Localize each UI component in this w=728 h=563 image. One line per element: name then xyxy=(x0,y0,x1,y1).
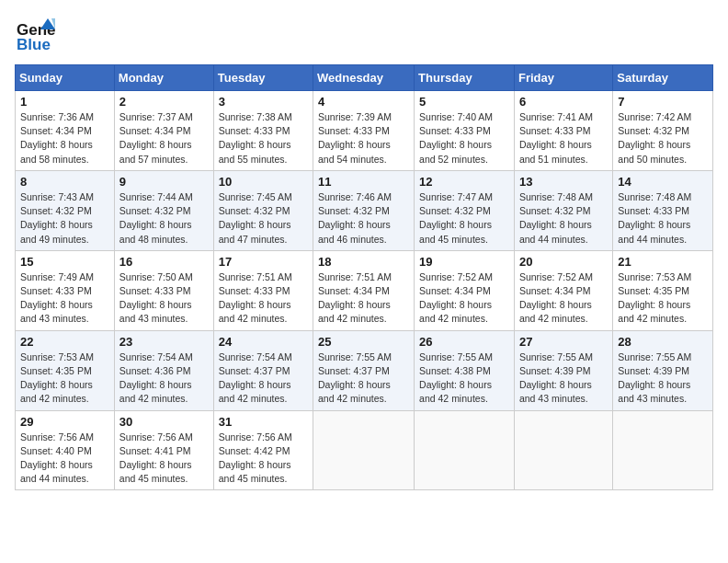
day-number: 15 xyxy=(20,255,109,269)
page-header: General Blue xyxy=(15,15,713,55)
logo-icon: General Blue xyxy=(15,15,55,55)
calendar-cell: 24 Sunrise: 7:54 AMSunset: 4:37 PMDaylig… xyxy=(213,330,313,410)
day-number: 3 xyxy=(219,95,308,109)
day-number: 14 xyxy=(618,175,708,189)
day-number: 19 xyxy=(419,255,509,269)
calendar-cell: 8 Sunrise: 7:43 AMSunset: 4:32 PMDayligh… xyxy=(16,170,115,250)
day-detail: Sunrise: 7:36 AMSunset: 4:34 PMDaylight:… xyxy=(20,111,94,165)
day-number: 21 xyxy=(618,255,708,269)
calendar-cell: 10 Sunrise: 7:45 AMSunset: 4:32 PMDaylig… xyxy=(213,170,313,250)
day-detail: Sunrise: 7:44 AMSunset: 4:32 PMDaylight:… xyxy=(119,191,193,245)
calendar-cell: 29 Sunrise: 7:56 AMSunset: 4:40 PMDaylig… xyxy=(16,410,115,490)
calendar-cell: 22 Sunrise: 7:53 AMSunset: 4:35 PMDaylig… xyxy=(16,330,115,410)
calendar-week-row: 8 Sunrise: 7:43 AMSunset: 4:32 PMDayligh… xyxy=(16,170,713,250)
calendar-cell: 20 Sunrise: 7:52 AMSunset: 4:34 PMDaylig… xyxy=(514,250,612,330)
day-detail: Sunrise: 7:45 AMSunset: 4:32 PMDaylight:… xyxy=(219,191,292,245)
calendar-cell: 15 Sunrise: 7:49 AMSunset: 4:33 PMDaylig… xyxy=(16,250,115,330)
calendar-cell: 18 Sunrise: 7:51 AMSunset: 4:34 PMDaylig… xyxy=(313,250,415,330)
day-detail: Sunrise: 7:50 AMSunset: 4:33 PMDaylight:… xyxy=(119,271,193,325)
calendar-cell: 16 Sunrise: 7:50 AMSunset: 4:33 PMDaylig… xyxy=(114,250,213,330)
day-number: 16 xyxy=(119,255,209,269)
day-number: 18 xyxy=(318,255,409,269)
day-detail: Sunrise: 7:51 AMSunset: 4:34 PMDaylight:… xyxy=(318,271,392,325)
calendar-week-row: 15 Sunrise: 7:49 AMSunset: 4:33 PMDaylig… xyxy=(16,250,713,330)
day-detail: Sunrise: 7:42 AMSunset: 4:32 PMDaylight:… xyxy=(618,111,691,165)
day-number: 29 xyxy=(20,415,109,429)
day-number: 30 xyxy=(119,415,209,429)
calendar-cell: 14 Sunrise: 7:48 AMSunset: 4:33 PMDaylig… xyxy=(613,170,713,250)
day-detail: Sunrise: 7:49 AMSunset: 4:33 PMDaylight:… xyxy=(20,271,94,325)
calendar-cell: 23 Sunrise: 7:54 AMSunset: 4:36 PMDaylig… xyxy=(114,330,213,410)
day-detail: Sunrise: 7:40 AMSunset: 4:33 PMDaylight:… xyxy=(419,111,493,165)
calendar-week-row: 22 Sunrise: 7:53 AMSunset: 4:35 PMDaylig… xyxy=(16,330,713,410)
day-number: 4 xyxy=(318,95,409,109)
calendar-cell: 13 Sunrise: 7:48 AMSunset: 4:32 PMDaylig… xyxy=(514,170,612,250)
day-number: 26 xyxy=(419,335,509,349)
day-detail: Sunrise: 7:55 AMSunset: 4:39 PMDaylight:… xyxy=(618,351,691,405)
calendar-cell: 28 Sunrise: 7:55 AMSunset: 4:39 PMDaylig… xyxy=(613,330,713,410)
calendar-cell: 31 Sunrise: 7:56 AMSunset: 4:42 PMDaylig… xyxy=(213,410,313,490)
day-detail: Sunrise: 7:39 AMSunset: 4:33 PMDaylight:… xyxy=(318,111,392,165)
calendar-cell: 9 Sunrise: 7:44 AMSunset: 4:32 PMDayligh… xyxy=(114,170,213,250)
day-number: 1 xyxy=(20,95,109,109)
day-detail: Sunrise: 7:53 AMSunset: 4:35 PMDaylight:… xyxy=(618,271,691,325)
header-monday: Monday xyxy=(114,65,213,91)
day-number: 22 xyxy=(20,335,109,349)
day-detail: Sunrise: 7:55 AMSunset: 4:37 PMDaylight:… xyxy=(318,351,392,405)
day-number: 20 xyxy=(519,255,608,269)
weekday-header-row: Sunday Monday Tuesday Wednesday Thursday… xyxy=(16,65,713,91)
day-number: 7 xyxy=(618,95,708,109)
day-number: 25 xyxy=(318,335,409,349)
header-tuesday: Tuesday xyxy=(213,65,313,91)
day-detail: Sunrise: 7:52 AMSunset: 4:34 PMDaylight:… xyxy=(519,271,593,325)
day-number: 8 xyxy=(20,175,109,189)
day-detail: Sunrise: 7:53 AMSunset: 4:35 PMDaylight:… xyxy=(20,351,94,405)
day-detail: Sunrise: 7:56 AMSunset: 4:42 PMDaylight:… xyxy=(219,431,292,485)
day-number: 27 xyxy=(519,335,608,349)
day-detail: Sunrise: 7:37 AMSunset: 4:34 PMDaylight:… xyxy=(119,111,193,165)
calendar-cell: 3 Sunrise: 7:38 AMSunset: 4:33 PMDayligh… xyxy=(213,91,313,171)
day-number: 10 xyxy=(219,175,308,189)
calendar-week-row: 1 Sunrise: 7:36 AMSunset: 4:34 PMDayligh… xyxy=(16,91,713,171)
day-detail: Sunrise: 7:38 AMSunset: 4:33 PMDaylight:… xyxy=(219,111,292,165)
day-number: 9 xyxy=(119,175,209,189)
day-number: 24 xyxy=(219,335,308,349)
header-wednesday: Wednesday xyxy=(313,65,415,91)
calendar-cell: 5 Sunrise: 7:40 AMSunset: 4:33 PMDayligh… xyxy=(415,91,515,171)
calendar-cell: 19 Sunrise: 7:52 AMSunset: 4:34 PMDaylig… xyxy=(415,250,515,330)
calendar-cell: 11 Sunrise: 7:46 AMSunset: 4:32 PMDaylig… xyxy=(313,170,415,250)
calendar-week-row: 29 Sunrise: 7:56 AMSunset: 4:40 PMDaylig… xyxy=(16,410,713,490)
day-detail: Sunrise: 7:51 AMSunset: 4:33 PMDaylight:… xyxy=(219,271,292,325)
header-thursday: Thursday xyxy=(415,65,515,91)
calendar-cell xyxy=(313,410,415,490)
logo: General Blue xyxy=(15,15,55,55)
day-number: 6 xyxy=(519,95,608,109)
day-detail: Sunrise: 7:56 AMSunset: 4:40 PMDaylight:… xyxy=(20,431,94,485)
calendar-cell: 25 Sunrise: 7:55 AMSunset: 4:37 PMDaylig… xyxy=(313,330,415,410)
day-number: 12 xyxy=(419,175,509,189)
day-detail: Sunrise: 7:43 AMSunset: 4:32 PMDaylight:… xyxy=(20,191,94,245)
calendar-cell: 21 Sunrise: 7:53 AMSunset: 4:35 PMDaylig… xyxy=(613,250,713,330)
day-detail: Sunrise: 7:52 AMSunset: 4:34 PMDaylight:… xyxy=(419,271,493,325)
header-saturday: Saturday xyxy=(613,65,713,91)
day-number: 28 xyxy=(618,335,708,349)
day-number: 11 xyxy=(318,175,409,189)
calendar-cell: 6 Sunrise: 7:41 AMSunset: 4:33 PMDayligh… xyxy=(514,91,612,171)
calendar-cell: 17 Sunrise: 7:51 AMSunset: 4:33 PMDaylig… xyxy=(213,250,313,330)
svg-text:Blue: Blue xyxy=(17,36,51,53)
header-sunday: Sunday xyxy=(16,65,115,91)
day-detail: Sunrise: 7:46 AMSunset: 4:32 PMDaylight:… xyxy=(318,191,392,245)
day-number: 2 xyxy=(119,95,209,109)
calendar-cell: 1 Sunrise: 7:36 AMSunset: 4:34 PMDayligh… xyxy=(16,91,115,171)
day-detail: Sunrise: 7:56 AMSunset: 4:41 PMDaylight:… xyxy=(119,431,193,485)
day-number: 31 xyxy=(219,415,308,429)
day-detail: Sunrise: 7:55 AMSunset: 4:39 PMDaylight:… xyxy=(519,351,593,405)
calendar-cell: 26 Sunrise: 7:55 AMSunset: 4:38 PMDaylig… xyxy=(415,330,515,410)
day-detail: Sunrise: 7:41 AMSunset: 4:33 PMDaylight:… xyxy=(519,111,593,165)
calendar-cell: 7 Sunrise: 7:42 AMSunset: 4:32 PMDayligh… xyxy=(613,91,713,171)
day-detail: Sunrise: 7:47 AMSunset: 4:32 PMDaylight:… xyxy=(419,191,493,245)
day-detail: Sunrise: 7:54 AMSunset: 4:37 PMDaylight:… xyxy=(219,351,292,405)
calendar-cell: 4 Sunrise: 7:39 AMSunset: 4:33 PMDayligh… xyxy=(313,91,415,171)
day-detail: Sunrise: 7:48 AMSunset: 4:33 PMDaylight:… xyxy=(618,191,691,245)
calendar-cell xyxy=(514,410,612,490)
